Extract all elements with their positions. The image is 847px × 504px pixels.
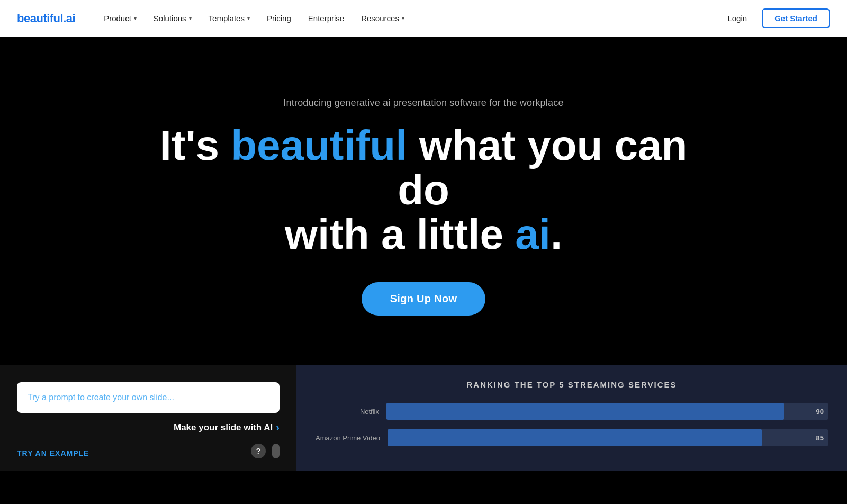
chart-value-netflix: 90 <box>816 408 824 416</box>
headline-part1: It's <box>160 122 231 169</box>
chart-row-netflix: Netflix 90 <box>316 403 828 420</box>
right-panel: RANKING THE TOP 5 STREAMING SERVICES Net… <box>296 365 847 471</box>
left-panel: Make your slide with AI › TRY AN EXAMPLE… <box>0 365 296 471</box>
hero-section: Introducing generative ai presentation s… <box>0 37 847 365</box>
chart-row-amazon: Amazon Prime Video 85 <box>316 429 828 446</box>
logo[interactable]: beautiful.ai <box>17 12 75 25</box>
nav-item-resources[interactable]: Resources ▾ <box>354 10 412 27</box>
hero-subtitle: Introducing generative ai presentation s… <box>283 97 563 109</box>
chart-bar-amazon: 85 <box>388 429 828 446</box>
help-icon[interactable]: ? <box>251 444 266 458</box>
nav-links: Product ▾ Solutions ▾ Templates ▾ Pricin… <box>96 10 721 27</box>
headline-blue2: ai <box>515 211 551 258</box>
chevron-down-icon: ▾ <box>134 15 137 21</box>
prompt-input[interactable] <box>17 382 280 413</box>
signup-button[interactable]: Sign Up Now <box>362 282 486 316</box>
nav-item-templates[interactable]: Templates ▾ <box>201 10 257 27</box>
headline-blue1: beautiful <box>231 122 407 169</box>
chart-value-amazon: 85 <box>816 434 824 442</box>
make-slide-button[interactable]: Make your slide with AI › <box>174 421 280 434</box>
chart-label-amazon: Amazon Prime Video <box>316 434 380 442</box>
headline-part2: what you can do <box>398 122 687 213</box>
chevron-down-icon: ▾ <box>247 15 250 21</box>
chevron-down-icon: ▾ <box>189 15 192 21</box>
scroll-indicator <box>272 444 280 458</box>
nav-item-product[interactable]: Product ▾ <box>96 10 144 27</box>
chevron-down-icon: ▾ <box>402 15 404 21</box>
login-button[interactable]: Login <box>721 10 753 27</box>
bottom-toolbar: TRY AN EXAMPLE ? <box>17 444 280 458</box>
get-started-button[interactable]: Get Started <box>762 8 830 28</box>
nav-label-solutions: Solutions <box>154 14 186 23</box>
logo-text: beautiful.ai <box>17 12 75 25</box>
chart-label-netflix: Netflix <box>316 408 379 416</box>
nav-item-solutions[interactable]: Solutions ▾ <box>146 10 199 27</box>
try-example-link[interactable]: TRY AN EXAMPLE <box>17 449 89 457</box>
chart-bar-netflix: 90 <box>386 403 828 420</box>
nav-item-enterprise[interactable]: Enterprise <box>301 10 352 27</box>
nav-label-templates: Templates <box>209 14 245 23</box>
nav-item-pricing[interactable]: Pricing <box>259 10 299 27</box>
make-slide-label: Make your slide with AI <box>174 422 273 433</box>
bottom-section: Make your slide with AI › TRY AN EXAMPLE… <box>0 365 847 471</box>
nav-label-pricing: Pricing <box>267 14 291 23</box>
hero-headline: It's beautiful what you can do with a li… <box>132 123 715 257</box>
headline-period: . <box>551 211 562 258</box>
nav-actions: Login Get Started <box>721 8 830 28</box>
nav-label-enterprise: Enterprise <box>308 14 344 23</box>
nav-label-product: Product <box>104 14 131 23</box>
arrow-right-icon: › <box>276 421 280 434</box>
navbar: beautiful.ai Product ▾ Solutions ▾ Templ… <box>0 0 847 37</box>
headline-part3: with a little <box>285 211 516 258</box>
nav-label-resources: Resources <box>361 14 399 23</box>
chart-title: RANKING THE TOP 5 STREAMING SERVICES <box>316 380 828 389</box>
